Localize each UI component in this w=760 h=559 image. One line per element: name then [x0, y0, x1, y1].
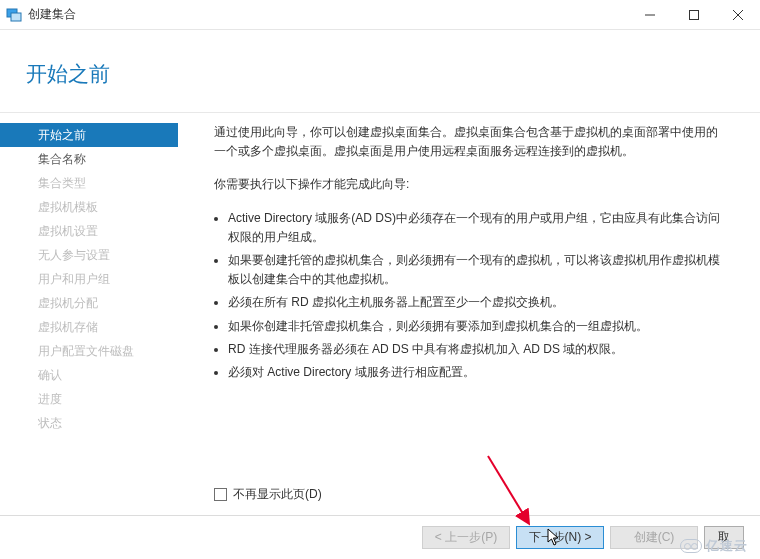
window-controls [628, 0, 760, 29]
wizard-sidebar: 开始之前 集合名称 集合类型 虚拟机模板 虚拟机设置 无人参与设置 用户和用户组… [0, 113, 178, 517]
dont-show-again-row[interactable]: 不再显示此页(D) [214, 486, 322, 503]
title-bar: 创建集合 [0, 0, 760, 30]
requirement-item: 如果要创建托管的虚拟机集合，则必须拥有一个现有的虚拟机，可以将该虚拟机用作虚拟机… [228, 251, 728, 289]
requirements-list: Active Directory 域服务(AD DS)中必须存在一个现有的用户或… [214, 209, 728, 383]
nav-item-vm-settings: 虚拟机设置 [0, 219, 178, 243]
svg-rect-1 [11, 13, 21, 21]
dont-show-again-checkbox[interactable] [214, 488, 227, 501]
nav-item-vm-template: 虚拟机模板 [0, 195, 178, 219]
close-button[interactable] [716, 0, 760, 29]
next-button[interactable]: 下一步(N) > [516, 526, 604, 549]
nav-item-vm-allocation: 虚拟机分配 [0, 291, 178, 315]
requirement-item: Active Directory 域服务(AD DS)中必须存在一个现有的用户或… [228, 209, 728, 247]
requirement-item: RD 连接代理服务器必须在 AD DS 中具有将虚拟机加入 AD DS 域的权限… [228, 340, 728, 359]
watermark: 亿速云 [680, 537, 748, 555]
app-icon [6, 7, 22, 23]
lead-text: 你需要执行以下操作才能完成此向导: [214, 175, 728, 194]
minimize-button[interactable] [628, 0, 672, 29]
svg-rect-3 [690, 10, 699, 19]
wizard-header: 开始之前 [0, 30, 760, 113]
wizard-body: 开始之前 集合名称 集合类型 虚拟机模板 虚拟机设置 无人参与设置 用户和用户组… [0, 113, 760, 517]
wizard-button-bar: < 上一步(P) 下一步(N) > 创建(C) 取 [0, 515, 760, 559]
wizard-content: 通过使用此向导，你可以创建虚拟桌面集合。虚拟桌面集合包含基于虚拟机的桌面部署中使… [178, 113, 760, 517]
nav-item-before-you-begin[interactable]: 开始之前 [0, 123, 178, 147]
nav-item-user-profile-disks: 用户配置文件磁盘 [0, 339, 178, 363]
nav-item-status: 状态 [0, 411, 178, 435]
intro-text: 通过使用此向导，你可以创建虚拟桌面集合。虚拟桌面集合包含基于虚拟机的桌面部署中使… [214, 123, 728, 161]
watermark-text: 亿速云 [706, 537, 748, 555]
requirement-item: 必须在所有 RD 虚拟化主机服务器上配置至少一个虚拟交换机。 [228, 293, 728, 312]
dont-show-again-label: 不再显示此页(D) [233, 486, 322, 503]
nav-item-confirmation: 确认 [0, 363, 178, 387]
nav-item-collection-type: 集合类型 [0, 171, 178, 195]
nav-item-unattended: 无人参与设置 [0, 243, 178, 267]
nav-item-collection-name[interactable]: 集合名称 [0, 147, 178, 171]
requirement-item: 必须对 Active Directory 域服务进行相应配置。 [228, 363, 728, 382]
nav-item-users-groups: 用户和用户组 [0, 267, 178, 291]
maximize-button[interactable] [672, 0, 716, 29]
nav-item-vm-storage: 虚拟机存储 [0, 315, 178, 339]
page-title: 开始之前 [26, 60, 720, 88]
requirement-item: 如果你创建非托管虚拟机集合，则必须拥有要添加到虚拟机集合的一组虚拟机。 [228, 317, 728, 336]
nav-item-progress: 进度 [0, 387, 178, 411]
window-title: 创建集合 [28, 6, 76, 23]
previous-button: < 上一步(P) [422, 526, 510, 549]
watermark-icon [680, 539, 702, 553]
